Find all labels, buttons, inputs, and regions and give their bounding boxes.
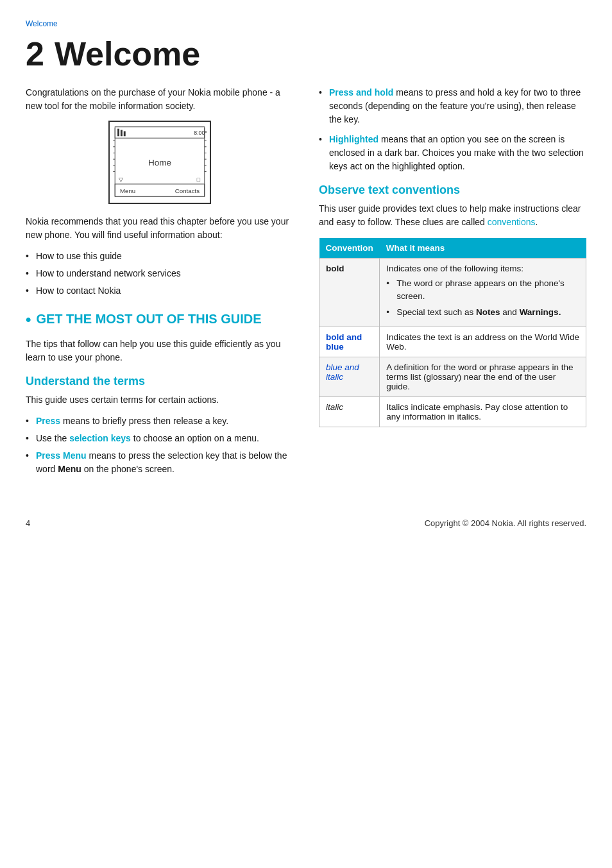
page-footer: 4 Copyright © 2004 Nokia. All rights res…	[26, 512, 586, 528]
svg-rect-4	[117, 129, 119, 137]
terms-bullet-list: Press means to briefly press then releas…	[26, 414, 293, 476]
get-most-section: • GET THE MOST OUT OF THIS GUIDE	[26, 311, 293, 327]
understand-terms-section: Understand the terms This guide uses cer…	[26, 375, 293, 476]
left-column: Congratulations on the purchase of your …	[26, 86, 293, 486]
svg-text:▽: ▽	[119, 176, 123, 183]
terms-item-press: Press means to briefly press then releas…	[26, 414, 293, 428]
list-item: How to contact Nokia	[26, 284, 293, 298]
page-number: 4	[26, 518, 30, 528]
svg-rect-5	[120, 130, 122, 137]
convention-label: blue anditalic	[319, 357, 380, 396]
phone-image: 8:00* Home ▽ □ Menu Contacts	[26, 121, 293, 206]
intro-paragraph: Congratulations on the purchase of your …	[26, 86, 293, 113]
table-header-meaning: What it means	[380, 238, 586, 259]
info-list: How to use this guide How to understand …	[26, 250, 293, 298]
terms-item-press-menu: Press Menu means to press the selection …	[26, 449, 293, 476]
right-bullet-list: Press and hold means to press and hold a…	[319, 86, 586, 173]
observe-text-heading: Observe text conventions	[319, 183, 586, 197]
table-row: blue anditalic A definition for the word…	[319, 357, 586, 396]
convention-meaning: Indicates one of the following items: Th…	[380, 259, 586, 327]
inner-list-item: The word or phrase appears on the phone'…	[386, 277, 579, 303]
list-item: How to understand network services	[26, 267, 293, 280]
svg-rect-2	[115, 127, 205, 138]
svg-rect-6	[123, 132, 125, 137]
table-row: bold Indicates one of the following item…	[319, 259, 586, 327]
page-title: 2 Welcome	[26, 35, 586, 73]
convention-meaning: A definition for the word or phrase appe…	[380, 357, 586, 396]
understand-terms-intro: This guide uses certain terms for certai…	[26, 393, 293, 407]
svg-text:□: □	[196, 176, 200, 183]
convention-table: Convention What it means bold Indicates …	[319, 238, 586, 427]
understand-terms-heading: Understand the terms	[26, 375, 293, 388]
convention-label: bold andblue	[319, 327, 380, 357]
svg-text:Contacts: Contacts	[174, 187, 199, 194]
highlighted-item: Highlighted means that an option you see…	[319, 133, 586, 173]
convention-meaning: Indicates the text is an address on the …	[380, 327, 586, 357]
terms-item-selection-keys: Use the selection keys to choose an opti…	[26, 432, 293, 445]
copyright-text: Copyright © 2004 Nokia. All rights reser…	[425, 518, 586, 528]
get-most-heading: • GET THE MOST OUT OF THIS GUIDE	[26, 311, 293, 327]
svg-text:Menu: Menu	[119, 187, 135, 194]
svg-text:8:00*: 8:00*	[194, 130, 207, 136]
table-row: italic Italics indicate emphasis. Pay cl…	[319, 396, 586, 427]
svg-text:Home: Home	[148, 158, 171, 167]
get-most-body: The tips that follow can help you use th…	[26, 337, 293, 364]
table-row: bold andblue Indicates the text is an ad…	[319, 327, 586, 357]
press-and-hold-item: Press and hold means to press and hold a…	[319, 86, 586, 126]
nokia-recommends: Nokia recommends that you read this chap…	[26, 215, 293, 242]
table-header-convention: Convention	[319, 238, 380, 259]
convention-label: bold	[319, 259, 380, 327]
observe-text-intro: This user guide provides text clues to h…	[319, 202, 586, 229]
convention-label: italic	[319, 396, 380, 427]
inner-list-item: Special text such as Notes and Warnings.	[386, 306, 579, 319]
right-column: Press and hold means to press and hold a…	[319, 86, 586, 486]
breadcrumb: Welcome	[26, 19, 586, 28]
convention-meaning: Italics indicate emphasis. Pay close att…	[380, 396, 586, 427]
observe-text-section: Observe text conventions This user guide…	[319, 183, 586, 427]
list-item: How to use this guide	[26, 250, 293, 263]
